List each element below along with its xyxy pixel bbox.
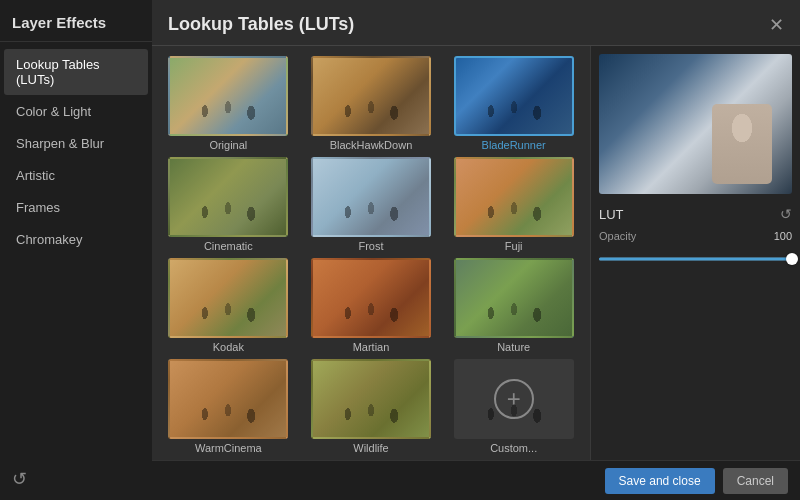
sidebar-item-color-light[interactable]: Color & Light bbox=[4, 96, 148, 127]
lut-label-nature: Nature bbox=[497, 341, 530, 353]
lut-grid: OriginalBlackHawkDownBladeRunnerCinemati… bbox=[152, 46, 590, 500]
lut-label-bladerunner: BladeRunner bbox=[482, 139, 546, 151]
lut-label-custom: Custom... bbox=[490, 442, 537, 454]
lut-thumbnail-nature bbox=[454, 258, 574, 338]
sidebar-item-artistic[interactable]: Artistic bbox=[4, 160, 148, 191]
opacity-fill bbox=[599, 258, 792, 261]
lut-thumbnail-fuji bbox=[454, 157, 574, 237]
sidebar-item-frames[interactable]: Frames bbox=[4, 192, 148, 223]
opacity-thumb[interactable] bbox=[786, 253, 798, 265]
lut-item-custom[interactable]: +Custom... bbox=[445, 359, 582, 454]
lut-item-martian[interactable]: Martian bbox=[303, 258, 440, 353]
lut-thumbnail-custom: + bbox=[454, 359, 574, 439]
lut-item-original[interactable]: Original bbox=[160, 56, 297, 151]
lut-thumbnail-martian bbox=[311, 258, 431, 338]
lut-label-cinematic: Cinematic bbox=[204, 240, 253, 252]
cancel-button[interactable]: Cancel bbox=[723, 468, 788, 494]
main-header: Lookup Tables (LUTs) ✕ bbox=[152, 0, 800, 46]
lut-settings: LUT ↺ Opacity 100 bbox=[599, 206, 792, 266]
lut-label-fuji: Fuji bbox=[505, 240, 523, 252]
sidebar-reset-button[interactable]: ↺ bbox=[0, 458, 152, 500]
lut-label-wildlife: Wildlife bbox=[353, 442, 388, 454]
lut-label-kodak: Kodak bbox=[213, 341, 244, 353]
lut-item-warmcinema[interactable]: WarmCinema bbox=[160, 359, 297, 454]
content-area: OriginalBlackHawkDownBladeRunnerCinemati… bbox=[152, 46, 800, 500]
lut-thumbnail-bladerunner bbox=[454, 56, 574, 136]
lut-item-bladerunner[interactable]: BladeRunner bbox=[445, 56, 582, 151]
sidebar-item-sharpen-blur[interactable]: Sharpen & Blur bbox=[4, 128, 148, 159]
lut-header: LUT ↺ bbox=[599, 206, 792, 222]
lut-label-blackhawkdown: BlackHawkDown bbox=[330, 139, 413, 151]
lut-item-kodak[interactable]: Kodak bbox=[160, 258, 297, 353]
lut-item-wildlife[interactable]: Wildlife bbox=[303, 359, 440, 454]
main-panel: Lookup Tables (LUTs) ✕ OriginalBlackHawk… bbox=[152, 0, 800, 500]
sidebar-title: Layer Effects bbox=[0, 0, 152, 42]
lut-reset-button[interactable]: ↺ bbox=[780, 206, 792, 222]
lut-thumbnail-frost bbox=[311, 157, 431, 237]
lut-thumbnail-wildlife bbox=[311, 359, 431, 439]
opacity-slider[interactable] bbox=[599, 252, 792, 266]
lut-item-fuji[interactable]: Fuji bbox=[445, 157, 582, 252]
lut-item-frost[interactable]: Frost bbox=[303, 157, 440, 252]
custom-plus-icon: + bbox=[494, 379, 534, 419]
right-panel: LUT ↺ Opacity 100 bbox=[590, 46, 800, 500]
lut-thumbnail-original bbox=[168, 56, 288, 136]
lut-label: LUT bbox=[599, 207, 624, 222]
lut-thumbnail-blackhawkdown bbox=[311, 56, 431, 136]
sidebar-item-chromakey[interactable]: Chromakey bbox=[4, 224, 148, 255]
lut-label-original: Original bbox=[209, 139, 247, 151]
sidebar: Layer Effects Lookup Tables (LUTs)Color … bbox=[0, 0, 152, 500]
opacity-label: Opacity bbox=[599, 230, 636, 242]
opacity-track bbox=[599, 258, 792, 261]
lut-item-nature[interactable]: Nature bbox=[445, 258, 582, 353]
close-button[interactable]: ✕ bbox=[769, 16, 784, 34]
preview-image bbox=[599, 54, 792, 194]
opacity-row: Opacity 100 bbox=[599, 230, 792, 242]
sidebar-nav: Lookup Tables (LUTs)Color & LightSharpen… bbox=[0, 48, 152, 256]
save-close-button[interactable]: Save and close bbox=[605, 468, 715, 494]
lut-thumbnail-kodak bbox=[168, 258, 288, 338]
sidebar-item-lookup-tables[interactable]: Lookup Tables (LUTs) bbox=[4, 49, 148, 95]
lut-label-martian: Martian bbox=[353, 341, 390, 353]
lut-thumbnail-cinematic bbox=[168, 157, 288, 237]
footer: Save and close Cancel bbox=[152, 460, 800, 500]
lut-item-blackhawkdown[interactable]: BlackHawkDown bbox=[303, 56, 440, 151]
lut-thumbnail-warmcinema bbox=[168, 359, 288, 439]
lut-label-frost: Frost bbox=[358, 240, 383, 252]
page-title: Lookup Tables (LUTs) bbox=[168, 14, 354, 35]
lut-item-cinematic[interactable]: Cinematic bbox=[160, 157, 297, 252]
opacity-value: 100 bbox=[774, 230, 792, 242]
lut-label-warmcinema: WarmCinema bbox=[195, 442, 262, 454]
